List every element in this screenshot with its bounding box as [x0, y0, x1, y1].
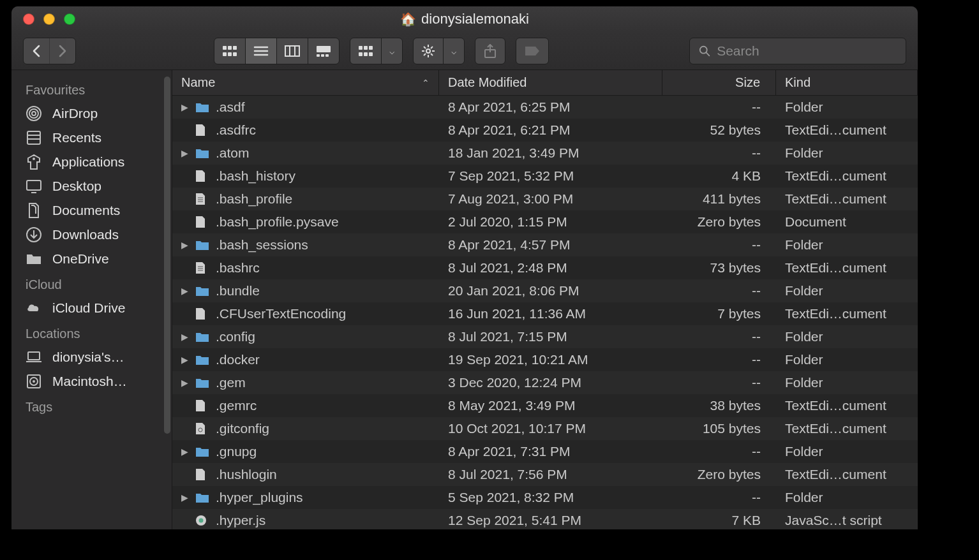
- file-date: 10 Oct 2021, 10:17 PM: [439, 421, 662, 436]
- disclosure-triangle[interactable]: ▶: [181, 355, 190, 365]
- list-view-button[interactable]: [245, 38, 276, 64]
- airdrop-icon: [26, 105, 43, 122]
- file-row[interactable]: ▶.docker19 Sep 2021, 10:21 AM--Folder: [172, 348, 918, 371]
- file-kind: TextEdi…cument: [776, 467, 918, 482]
- svg-rect-12: [317, 46, 331, 52]
- disclosure-triangle[interactable]: ▶: [181, 332, 190, 342]
- svg-point-40: [33, 158, 35, 160]
- group-icon[interactable]: [350, 38, 381, 64]
- sidebar-item-applications[interactable]: Applications: [11, 150, 172, 174]
- file-name: .asdfrc: [216, 122, 256, 138]
- column-view-button[interactable]: [276, 38, 308, 64]
- file-size: --: [662, 375, 776, 390]
- file-kind: Folder: [776, 237, 918, 253]
- back-button[interactable]: [24, 38, 49, 64]
- column-kind[interactable]: Kind: [776, 70, 918, 95]
- cloud-icon: [26, 300, 43, 316]
- sidebar-item-downloads[interactable]: Downloads: [11, 223, 172, 247]
- disclosure-triangle[interactable]: ▶: [181, 378, 190, 388]
- forward-button[interactable]: [49, 38, 75, 64]
- column-date[interactable]: Date Modified: [439, 70, 662, 95]
- file-name: .bash_sessions: [216, 237, 308, 253]
- column-name[interactable]: Name ⌃: [172, 70, 439, 95]
- action-button[interactable]: ⌵: [413, 38, 465, 64]
- file-date: 8 Apr 2021, 6:21 PM: [439, 122, 662, 138]
- sidebar-item-airdrop[interactable]: AirDrop: [11, 101, 172, 126]
- disclosure-triangle[interactable]: ▶: [181, 148, 190, 158]
- file-icon: [195, 262, 211, 274]
- file-row[interactable]: .CFUserTextEncoding16 Jun 2021, 11:36 AM…: [172, 302, 918, 325]
- svg-line-27: [424, 47, 426, 48]
- svg-line-33: [706, 52, 710, 55]
- sidebar-item-iclouddrive[interactable]: iCloud Drive: [11, 296, 172, 320]
- sidebar-scrollbar[interactable]: [164, 77, 170, 434]
- file-row[interactable]: ▶.config8 Jul 2021, 7:15 PM--Folder: [172, 325, 918, 348]
- disclosure-triangle[interactable]: ▶: [181, 240, 190, 250]
- window-title-text: dionysialemonaki: [421, 11, 529, 27]
- file-row[interactable]: .gitconfig10 Oct 2021, 10:17 PM105 bytes…: [172, 417, 918, 440]
- disk-icon: [26, 373, 43, 390]
- file-kind: Folder: [776, 329, 918, 344]
- file-row[interactable]: ▶.asdf8 Apr 2021, 6:25 PM--Folder: [172, 96, 918, 119]
- file-row[interactable]: ▶.hyper_plugins5 Sep 2021, 8:32 PM--Fold…: [172, 486, 918, 509]
- folder-icon: [195, 446, 211, 457]
- search-input[interactable]: [717, 43, 897, 59]
- sort-indicator: ⌃: [422, 78, 430, 88]
- group-dropdown[interactable]: ⌵: [381, 38, 402, 64]
- sidebar-item-onedrive[interactable]: OneDrive: [11, 247, 172, 271]
- sidebar-item-label: OneDrive: [52, 251, 109, 267]
- file-row[interactable]: .gemrc8 May 2021, 3:49 PM38 bytesTextEdi…: [172, 394, 918, 417]
- disclosure-triangle[interactable]: ▶: [181, 102, 190, 112]
- file-size: 38 bytes: [662, 398, 776, 413]
- file-size: Zero bytes: [662, 467, 776, 482]
- file-row[interactable]: .asdfrc8 Apr 2021, 6:21 PM52 bytesTextEd…: [172, 119, 918, 142]
- search-field[interactable]: [689, 38, 906, 64]
- share-button[interactable]: [475, 38, 505, 64]
- sidebar-item-desktop[interactable]: Desktop: [11, 174, 172, 198]
- column-size[interactable]: Size: [662, 70, 776, 95]
- file-row[interactable]: ▶.gem3 Dec 2020, 12:24 PM--Folder: [172, 371, 918, 394]
- action-dropdown[interactable]: ⌵: [443, 38, 464, 64]
- file-date: 7 Sep 2021, 5:32 PM: [439, 168, 662, 184]
- file-row[interactable]: .bash_profile.pysave2 Jul 2020, 1:15 PMZ…: [172, 210, 918, 233]
- group-button[interactable]: ⌵: [350, 38, 403, 64]
- sidebar-item-dionysias[interactable]: dionysia's…: [11, 345, 172, 369]
- folder-icon: [195, 285, 211, 297]
- sidebar-item-documents[interactable]: Documents: [11, 198, 172, 223]
- file-row[interactable]: ▶.bash_sessions8 Apr 2021, 4:57 PM--Fold…: [172, 233, 918, 256]
- file-name: .asdf: [216, 99, 245, 115]
- file-name: .bundle: [216, 283, 260, 298]
- disclosure-triangle[interactable]: ▶: [181, 446, 190, 457]
- file-row[interactable]: .bashrc8 Jul 2021, 2:48 PM73 bytesTextEd…: [172, 256, 918, 279]
- sidebar-item-macintosh[interactable]: Macintosh…: [11, 369, 172, 394]
- file-row[interactable]: ▶.atom18 Jan 2021, 3:49 PM--Folder: [172, 142, 918, 165]
- file-row[interactable]: .bash_history7 Sep 2021, 5:32 PM4 KBText…: [172, 165, 918, 188]
- file-size: 7 bytes: [662, 306, 776, 321]
- file-date: 3 Dec 2020, 12:24 PM: [439, 375, 662, 390]
- file-row[interactable]: ▶.bundle20 Jan 2021, 8:06 PM--Folder: [172, 279, 918, 302]
- file-kind: Folder: [776, 352, 918, 367]
- svg-rect-0: [223, 46, 227, 50]
- titlebar[interactable]: 🏠 dionysialemonaki: [11, 6, 918, 32]
- svg-rect-1: [228, 46, 232, 50]
- disclosure-triangle[interactable]: ▶: [181, 492, 190, 503]
- gallery-view-button[interactable]: [308, 38, 339, 64]
- sidebar-item-recents[interactable]: Recents: [11, 126, 172, 150]
- file-name: .docker: [216, 352, 260, 367]
- icon-view-button[interactable]: [214, 38, 245, 64]
- file-row[interactable]: .bash_profile7 Aug 2021, 3:00 PM411 byte…: [172, 188, 918, 210]
- tags-button[interactable]: [516, 38, 549, 64]
- file-icon: [195, 307, 211, 320]
- file-row[interactable]: .hushlogin8 Jul 2021, 7:56 PMZero bytesT…: [172, 463, 918, 486]
- file-kind: Folder: [776, 490, 918, 505]
- file-row[interactable]: .hyper.js12 Sep 2021, 5:41 PM7 KBJavaSc……: [172, 509, 918, 529]
- folder-icon: [195, 101, 211, 113]
- apps-icon: [26, 154, 43, 170]
- tag-icon[interactable]: [516, 38, 548, 64]
- file-row[interactable]: ▶.gnupg8 Apr 2021, 7:31 PM--Folder: [172, 440, 918, 463]
- file-size: --: [662, 237, 776, 253]
- share-icon[interactable]: [475, 38, 505, 64]
- file-date: 2 Jul 2020, 1:15 PM: [439, 214, 662, 230]
- disclosure-triangle[interactable]: ▶: [181, 286, 190, 296]
- gear-icon[interactable]: [414, 38, 443, 64]
